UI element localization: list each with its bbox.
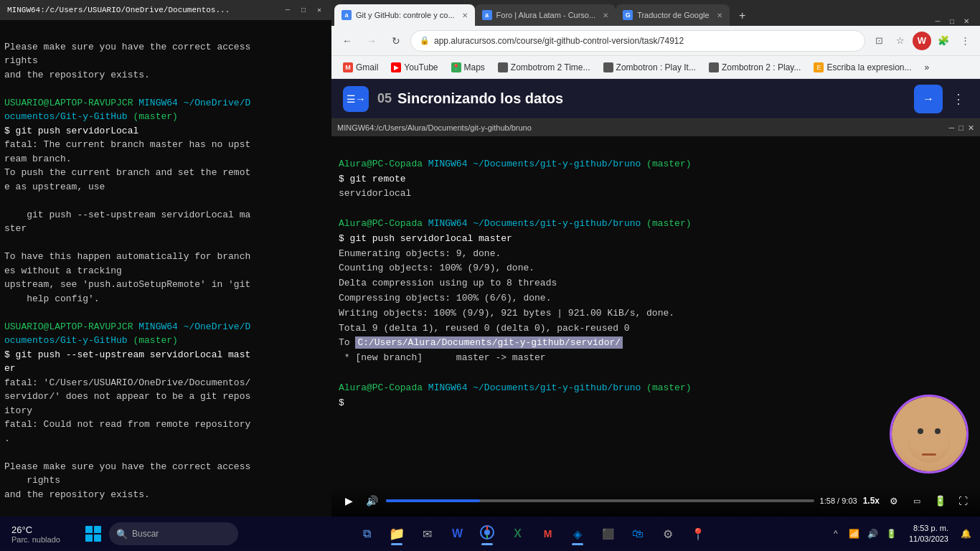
bookmark-more[interactable]: » xyxy=(918,60,935,75)
bookmark-more-label: » xyxy=(924,62,929,72)
mail-btn[interactable]: ✉ xyxy=(414,521,440,547)
maximize-btn[interactable]: □ xyxy=(298,5,308,15)
chrome-btn[interactable] xyxy=(474,521,500,547)
gmail-taskbar-btn[interactable]: M xyxy=(534,521,560,547)
bookmark-zombotron2[interactable]: Zombotron : Play It... xyxy=(598,60,702,75)
terminal-taskbar-icon: ⬛ xyxy=(602,528,614,540)
address-text: app.aluracursos.com/course/git-github-co… xyxy=(434,36,856,46)
mail-icon: ✉ xyxy=(423,527,432,541)
forward-btn[interactable]: → xyxy=(362,31,382,51)
bookmark-gmail[interactable]: M Gmail xyxy=(337,60,384,75)
battery-sys-icon[interactable]: 🔋 xyxy=(883,525,900,542)
taskbar-clock[interactable]: 8:53 p. m. 11/03/2023 xyxy=(903,523,954,545)
address-bar[interactable]: 🔒 app.aluracursos.com/course/git-github-… xyxy=(410,30,865,52)
speed-display[interactable]: 1.5x xyxy=(863,496,880,506)
bookmark-expression-label: Escriba la expresion... xyxy=(826,62,911,72)
file-explorer-btn[interactable]: 📁 xyxy=(384,521,410,547)
course-title-area: 05 Sincronizando los datos xyxy=(377,90,905,107)
bookmark-zombotron1[interactable]: Zombotrom 2 Time... xyxy=(492,60,596,75)
tab2-close[interactable]: ✕ xyxy=(603,11,608,19)
settings-btn[interactable]: ⚙ xyxy=(885,492,903,509)
minimize-btn[interactable]: ─ xyxy=(283,5,293,15)
terminal-left: MINGW64:/c/Users/USUARIO/OneDrive/Docume… xyxy=(0,0,331,517)
store-btn[interactable]: 🛍 xyxy=(625,521,651,547)
menu-btn[interactable]: ⋮ xyxy=(956,32,974,50)
play-btn[interactable]: ▶ xyxy=(340,492,357,509)
search-label: Buscar xyxy=(132,529,159,539)
bookmark-expression[interactable]: E Escriba la expresion... xyxy=(808,60,917,75)
tab1-favicon: a xyxy=(341,10,352,20)
bookmark-maps[interactable]: 📍 Maps xyxy=(446,60,491,75)
progress-bar[interactable] xyxy=(386,499,814,502)
notifications-icon[interactable]: 🔔 xyxy=(957,525,974,542)
profile-btn[interactable]: W xyxy=(913,32,931,50)
bookmark-zombotron3[interactable]: Zombotron 2 : Play... xyxy=(703,60,807,75)
zombotron3-favicon xyxy=(709,62,719,72)
browser-close[interactable]: ✕ xyxy=(961,16,971,26)
course-header: ☰→ 05 Sincronizando los datos → ⋮ xyxy=(331,79,980,119)
maps-taskbar-btn[interactable]: 📍 xyxy=(685,521,711,547)
back-btn[interactable]: ← xyxy=(337,31,357,51)
zombotron1-favicon xyxy=(498,62,508,72)
clock-date: 11/03/2023 xyxy=(909,534,948,545)
maps-taskbar-icon: 📍 xyxy=(691,527,705,541)
tab-git-github[interactable]: a Git y GitHub: controle y co... ✕ xyxy=(334,4,475,26)
tab-foro[interactable]: a Foro | Alura Latam - Curso... ✕ xyxy=(475,4,616,26)
tab1-close[interactable]: ✕ xyxy=(462,11,468,19)
bookmark-youtube-label: YouTube xyxy=(404,62,438,72)
search-icon: 🔍 xyxy=(116,529,128,540)
embedded-min-btn[interactable]: ─ xyxy=(949,123,955,133)
volume-btn[interactable]: 🔊 xyxy=(363,492,380,509)
taskbar-apps: ⧉ 📁 ✉ W X M ◈ xyxy=(241,521,824,547)
settings-taskbar-btn[interactable]: ⚙ xyxy=(655,521,681,547)
vscode-btn[interactable]: ◈ xyxy=(565,521,590,547)
sidebar-toggle-btn[interactable]: ☰→ xyxy=(343,86,369,112)
weather-description: Parc. nublado xyxy=(11,535,60,544)
volume-sys-icon[interactable]: 🔊 xyxy=(864,525,882,542)
settings-taskbar-icon: ⚙ xyxy=(663,527,673,541)
time-current: 1:58 xyxy=(820,496,835,505)
fullscreen-btn[interactable]: ⛶ xyxy=(954,492,971,509)
next-lesson-btn[interactable]: → xyxy=(914,85,943,113)
bookmark-btn[interactable]: ☆ xyxy=(891,32,910,50)
embedded-terminal-titlebar: MINGW64:/c/Users/Alura/Documents/git-y-g… xyxy=(331,119,980,136)
theater-btn[interactable]: ▭ xyxy=(908,492,925,509)
network-icon[interactable]: 📶 xyxy=(846,525,863,542)
reload-btn[interactable]: ↻ xyxy=(386,31,406,51)
taskbar-search[interactable]: 🔍 Buscar xyxy=(109,522,238,545)
svg-point-1 xyxy=(484,529,490,535)
vscode-icon: ◈ xyxy=(573,527,582,541)
course-video-area: MINGW64:/c/Users/Alura/Documents/git-y-g… xyxy=(331,119,980,517)
bookmark-youtube[interactable]: ▶ YouTube xyxy=(385,60,443,75)
hamburger-icon: ☰→ xyxy=(347,93,366,105)
tab-translator[interactable]: G Traductor de Google ✕ xyxy=(616,4,729,26)
terminal-title: MINGW64:/c/Users/USUARIO/OneDrive/Docume… xyxy=(7,6,230,14)
time-total: 9:03 xyxy=(842,496,857,505)
bookmarks-bar: M Gmail ▶ YouTube 📍 Maps Zombotrom 2 Tim… xyxy=(331,56,980,79)
extensions-btn[interactable]: 🧩 xyxy=(934,32,953,50)
bookmark-gmail-label: Gmail xyxy=(356,62,378,72)
bookmark-maps-label: Maps xyxy=(464,62,485,72)
tab-bar: a Git y GitHub: controle y co... ✕ a For… xyxy=(331,0,980,26)
browser-minimize[interactable]: ─ xyxy=(933,16,943,26)
course-more-btn[interactable]: ⋮ xyxy=(948,89,969,109)
cast-btn[interactable]: ⊡ xyxy=(870,32,888,50)
browser-maximize[interactable]: □ xyxy=(947,16,957,26)
new-tab-btn[interactable]: + xyxy=(732,6,753,26)
chrome-icon xyxy=(480,525,494,542)
close-btn[interactable]: ✕ xyxy=(314,5,324,15)
avatar-face xyxy=(892,397,966,471)
excel-btn[interactable]: X xyxy=(504,521,530,547)
chevron-up-icon[interactable]: ^ xyxy=(827,525,844,542)
tab3-close[interactable]: ✕ xyxy=(717,11,722,19)
course-header-actions: → ⋮ xyxy=(914,85,969,113)
embedded-max-btn[interactable]: □ xyxy=(958,123,963,133)
taskview-btn[interactable]: ⧉ xyxy=(354,521,380,547)
video-controls: ▶ 🔊 1:58 / 9:03 1.5x ⚙ ▭ 🔋 ⛶ xyxy=(331,485,980,517)
terminal-taskbar-btn[interactable]: ⬛ xyxy=(595,521,621,547)
start-button[interactable] xyxy=(80,521,106,547)
terminal-left-content: Please make sure you have the correct ac… xyxy=(0,20,331,517)
word-btn[interactable]: W xyxy=(444,521,470,547)
lesson-title: Sincronizando los datos xyxy=(397,90,563,107)
embedded-close-btn[interactable]: ✕ xyxy=(968,123,974,133)
